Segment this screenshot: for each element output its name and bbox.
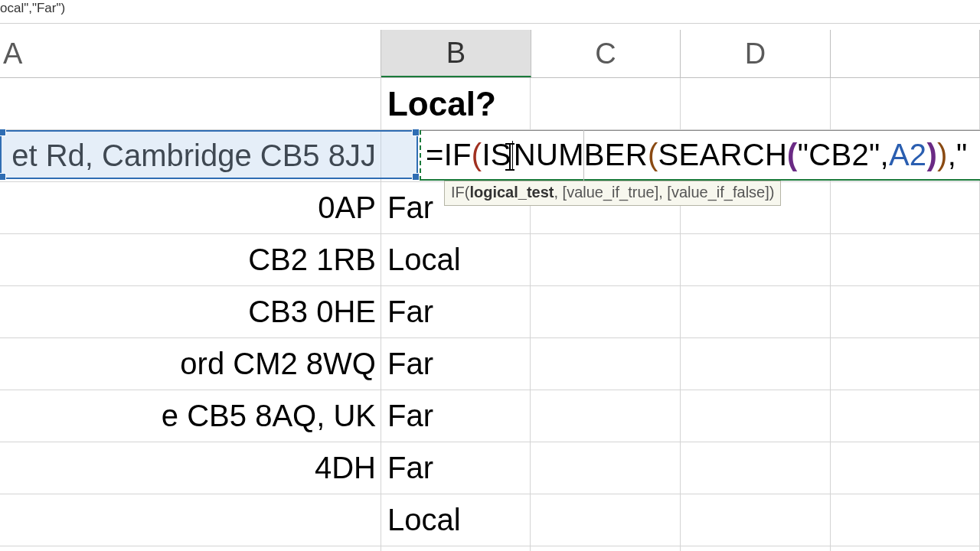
cell[interactable] bbox=[0, 494, 381, 546]
cell[interactable]: 4DH bbox=[0, 442, 381, 494]
cell-formula-edit[interactable]: =IF(ISNUMBER(SEARCH("CB2",A2))," bbox=[420, 130, 980, 181]
formula-bar-fragment[interactable]: ocal","Far") bbox=[0, 0, 980, 23]
cell[interactable] bbox=[681, 390, 831, 442]
cell[interactable]: Local? bbox=[381, 78, 531, 129]
tooltip-fn: IF( bbox=[451, 184, 469, 201]
cell[interactable]: Far bbox=[381, 390, 531, 442]
formula-token: A2 bbox=[889, 138, 927, 172]
table-row: Local? bbox=[0, 78, 980, 130]
cell[interactable]: Local bbox=[381, 234, 531, 285]
col-header-b[interactable]: B bbox=[381, 30, 531, 77]
col-header-e[interactable] bbox=[831, 30, 980, 77]
formula-token: =IF bbox=[426, 138, 472, 172]
cell[interactable] bbox=[531, 546, 681, 551]
cell[interactable] bbox=[531, 234, 681, 285]
edit-cell-border bbox=[420, 130, 421, 181]
formula-token: , bbox=[880, 138, 888, 172]
formula-token: IS bbox=[482, 138, 511, 172]
table-row: Local bbox=[0, 494, 980, 546]
cell[interactable]: e CB5 8AQ, UK bbox=[0, 390, 381, 442]
tooltip-rest[interactable]: , [value_if_true], [value_if_false]) bbox=[554, 184, 774, 201]
text-caret bbox=[512, 141, 513, 170]
cell[interactable] bbox=[531, 390, 681, 442]
formula-token: " bbox=[956, 138, 968, 172]
formula-token: ( bbox=[648, 138, 658, 172]
table-row: ord CM2 8WQ Far bbox=[0, 338, 980, 390]
cell[interactable] bbox=[531, 78, 681, 129]
table-row: et Rd, Cambridge CB5 8JJ =IF(ISNUMBER(SE… bbox=[0, 130, 980, 182]
table-row: CB2 1RB Local bbox=[0, 234, 980, 286]
formula-token: NUMBER bbox=[514, 138, 648, 172]
column-headers: A B C D bbox=[0, 30, 980, 78]
cell[interactable]: Far bbox=[381, 442, 531, 494]
col-header-d[interactable]: D bbox=[681, 30, 830, 77]
formula-token: ) bbox=[937, 138, 948, 172]
cell[interactable]: Far bbox=[381, 338, 531, 390]
cell[interactable] bbox=[531, 286, 681, 337]
cell[interactable] bbox=[0, 78, 381, 129]
cell[interactable]: ord CM2 8WQ bbox=[0, 338, 381, 390]
gridline bbox=[583, 130, 584, 181]
formula-token: ( bbox=[472, 138, 482, 172]
cell[interactable] bbox=[531, 442, 681, 494]
cell[interactable] bbox=[831, 286, 980, 337]
cell[interactable]: CB2 1RB bbox=[0, 234, 381, 285]
cell[interactable] bbox=[831, 494, 980, 546]
col-header-c[interactable]: C bbox=[531, 30, 681, 77]
cell[interactable] bbox=[681, 286, 831, 337]
spreadsheet-grid[interactable]: A B C D Local? et Rd, Cambridge CB5 8JJ bbox=[0, 30, 980, 551]
table-row bbox=[0, 546, 980, 551]
formula-token: SEARCH bbox=[658, 138, 788, 172]
function-tooltip[interactable]: IF(logical_test, [value_if_true], [value… bbox=[444, 181, 781, 206]
cell[interactable] bbox=[831, 182, 980, 233]
table-row: e CB5 8AQ, UK Far bbox=[0, 390, 980, 442]
cell[interactable] bbox=[681, 442, 831, 494]
cell[interactable] bbox=[531, 338, 681, 390]
cell[interactable] bbox=[681, 78, 831, 129]
cell[interactable]: Far bbox=[381, 286, 531, 337]
formula-token: , bbox=[948, 138, 956, 172]
formula-token: "CB2" bbox=[798, 138, 880, 172]
cell[interactable] bbox=[831, 390, 980, 442]
cell[interactable] bbox=[831, 234, 980, 285]
cell[interactable] bbox=[681, 546, 831, 551]
formula-token: ( bbox=[787, 138, 798, 172]
cell[interactable] bbox=[831, 546, 980, 551]
table-row: 4DH Far bbox=[0, 442, 980, 494]
cell[interactable] bbox=[0, 546, 381, 551]
cell[interactable]: et Rd, Cambridge CB5 8JJ bbox=[0, 130, 381, 181]
formula-token: ) bbox=[926, 138, 937, 172]
cell[interactable] bbox=[831, 78, 980, 129]
col-header-a[interactable]: A bbox=[0, 30, 381, 77]
cell[interactable] bbox=[831, 338, 980, 390]
cell[interactable]: CB3 0HE bbox=[0, 286, 381, 337]
table-row: CB3 0HE Far bbox=[0, 286, 980, 338]
cell[interactable] bbox=[681, 494, 831, 546]
cell[interactable] bbox=[531, 494, 681, 546]
cell[interactable]: Local bbox=[381, 494, 531, 546]
cell[interactable] bbox=[381, 546, 531, 551]
cell[interactable] bbox=[681, 234, 831, 285]
cell[interactable]: 0AP bbox=[0, 182, 381, 233]
cell[interactable] bbox=[831, 442, 980, 494]
tooltip-arg-active[interactable]: logical_test bbox=[469, 184, 554, 201]
cell[interactable] bbox=[681, 338, 831, 390]
